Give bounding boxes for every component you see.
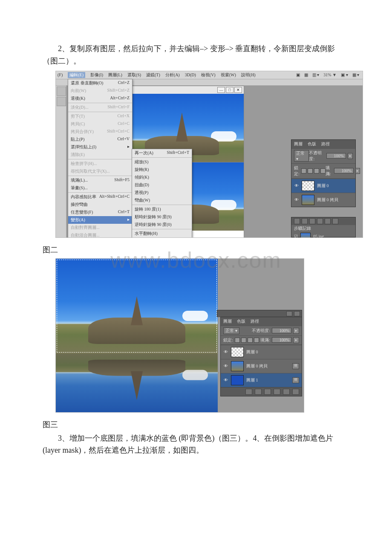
menu-item-puppet-warp[interactable]: 操控彎曲 (68, 201, 132, 208)
menu-window[interactable]: 視窗(W) (221, 72, 236, 78)
view-extra1-icon[interactable]: ▣ ▾ (341, 72, 348, 77)
view-extra2-icon[interactable]: ▦ ▾ (352, 72, 360, 77)
tab-paths[interactable]: 路徑 (251, 318, 259, 324)
mask-icon[interactable] (255, 389, 262, 395)
menu-3d[interactable]: 3D(D) (185, 72, 196, 77)
submenu-distort[interactable]: 扭曲(D) (132, 181, 192, 189)
menu-item-auto-align[interactable]: 自動對齊圖層... (68, 224, 132, 231)
tab-layers[interactable]: 圖層 (294, 141, 303, 147)
menu-item-paste-special[interactable]: 選擇性貼上(I)▸ (68, 143, 132, 151)
menu-item-find-replace[interactable]: 尋找與取代文字(X)... (68, 168, 132, 175)
visibility-eye-icon[interactable]: 👁 (223, 378, 228, 383)
panel-collapse-icon[interactable] (286, 311, 292, 316)
panel-collapse-bar[interactable] (217, 310, 302, 317)
layer-row-0[interactable]: 👁 圖層 0 (291, 179, 355, 193)
layer-link-icon[interactable]: ⛓ (292, 363, 299, 369)
fill-arrow-icon[interactable]: ▸ (293, 337, 299, 343)
adjustment-icon[interactable] (264, 389, 271, 395)
menu-item-check-spelling[interactable]: 檢查拼字(H)... (68, 160, 132, 168)
submenu-rotate[interactable]: 旋轉(R) (132, 166, 192, 173)
opacity-arrow-icon[interactable]: ▸ (348, 153, 353, 159)
tab-layers[interactable]: 圖層 (223, 318, 232, 324)
menu-item-auto-blend[interactable]: 自動混合圖層... (68, 231, 132, 238)
tab-channels[interactable]: 色版 (308, 141, 316, 147)
menu-filter[interactable]: 濾鏡(T) (146, 72, 160, 78)
new-layer-icon[interactable] (283, 389, 290, 395)
lock-controls[interactable] (235, 338, 259, 343)
layer-row-0-copy[interactable]: 👁 圖層 0 拷貝 ⛓ (221, 359, 302, 373)
submenu-again[interactable]: 再一次(A)Shift+Ctrl+T (132, 149, 192, 157)
menu-edit[interactable]: 編輯(E) (68, 72, 85, 78)
menu-item-step-forward[interactable]: 向前(W)Shift+Ctrl+Z (68, 87, 132, 95)
menu-item-paste[interactable]: 貼上(P)Ctrl+V (68, 136, 132, 143)
submenu-rotate-180[interactable]: 旋轉 180 度(1) (132, 205, 192, 213)
visibility-eye-icon[interactable]: 👁 (223, 350, 228, 355)
zoom-level[interactable]: 31% ▼ (323, 72, 337, 77)
menu-help[interactable]: 說明(H) (241, 72, 256, 78)
menu-image[interactable]: 影像(I) (90, 72, 103, 78)
menu-item-fade[interactable]: 淡化(D)...Shift+Ctrl+F (68, 104, 132, 111)
submenu-perspective[interactable]: 透視(P) (132, 189, 192, 197)
layer-link-icon[interactable]: ⛓ (292, 377, 299, 383)
menu-analysis[interactable]: 分析(A) (165, 72, 180, 78)
blend-mode-select[interactable]: 正常 ▾ (294, 150, 309, 162)
visibility-eye-icon[interactable]: 👁 (294, 197, 299, 202)
delete-layer-icon[interactable] (292, 389, 299, 395)
group-icon[interactable] (274, 389, 280, 395)
submenu-scale[interactable]: 縮放(S) (132, 158, 192, 166)
history-icon[interactable] (302, 218, 308, 224)
screen-mode-icon[interactable]: ▦ (304, 72, 308, 77)
menu-item-stroke[interactable]: 筆畫(S)... (68, 184, 132, 192)
layer-row-0-copy[interactable]: 👁 圖層 0 拷貝 (291, 193, 355, 207)
menu-item-cut[interactable]: 剪下(T)Ctrl+X (68, 113, 132, 120)
menu-item-copy-merged[interactable]: 拷貝合併(Y)Shift+Ctrl+C (68, 128, 132, 136)
submenu-warp[interactable]: 彎曲(W) (132, 197, 192, 204)
menu-item-copy[interactable]: 拷貝(C)Ctrl+C (68, 120, 132, 128)
history-icon[interactable] (325, 218, 331, 224)
fill-arrow-icon[interactable]: ▸ (355, 168, 360, 174)
history-icon[interactable] (317, 218, 323, 224)
visibility-eye-icon[interactable]: 👁 (223, 364, 228, 369)
opacity-value[interactable]: 100% (272, 328, 291, 333)
tab-channels[interactable]: 色版 (237, 318, 245, 324)
window-close-button[interactable]: ✕ (234, 87, 242, 93)
window-minimize-button[interactable]: — (217, 87, 225, 93)
menu-item-free-transform[interactable]: 任意變形(F)Ctrl+T (68, 208, 132, 216)
submenu-rotate-90ccw[interactable]: 逆時針旋轉 90 度(0) (132, 221, 192, 228)
menu-item-transform[interactable]: 變形(A)▸ (68, 216, 132, 224)
history-icon[interactable] (332, 218, 338, 224)
menu-item-clear[interactable]: 清除(E) (68, 151, 132, 159)
window-maximize-button[interactable]: □ (226, 87, 233, 93)
menu-item-step-backward[interactable]: 退後(K)Alt+Ctrl+Z (68, 95, 132, 102)
submenu-flip-vertical[interactable]: 垂直翻轉(V) (132, 237, 192, 238)
tab-paths[interactable]: 路徑 (321, 141, 330, 147)
menu-select[interactable]: 選取(S) (127, 72, 141, 78)
fill-value[interactable]: 100% (272, 337, 291, 343)
history-item[interactable]: ☑ 05.jpg (291, 232, 355, 238)
visibility-eye-icon[interactable]: 👁 (294, 183, 299, 188)
fill-value[interactable]: 100% (334, 168, 354, 173)
submenu-flip-horizontal[interactable]: 水平翻轉(H) (132, 230, 192, 237)
tool-marquee-icon[interactable] (57, 97, 66, 106)
blend-mode-select[interactable]: 正常 ▾ (223, 327, 239, 334)
menu-item-undo[interactable]: 還原 垂直翻轉(O)Ctrl+Z (68, 79, 132, 87)
lock-controls[interactable] (301, 168, 326, 173)
arrange-icon[interactable]: ▥ ▾ (312, 72, 320, 77)
history-icon[interactable] (294, 218, 300, 224)
menu-layer[interactable]: 圖層(L) (108, 72, 122, 78)
menu-view[interactable]: 檢視(V) (201, 72, 216, 78)
panel-menu-icon[interactable] (294, 311, 300, 316)
opacity-arrow-icon[interactable]: ▸ (293, 328, 299, 334)
menu-item-fill[interactable]: 填滿(L)...Shift+F5 (68, 176, 132, 184)
history-icon[interactable] (309, 218, 315, 224)
workspace-icon[interactable]: ▣ (296, 72, 300, 77)
menu-item-content-aware-scale[interactable]: 內容感知比率Alt+Shift+Ctrl+C (68, 193, 132, 201)
fx-icon[interactable] (245, 389, 252, 395)
opacity-value[interactable]: 100% (326, 153, 346, 159)
tool-move-icon[interactable] (57, 87, 66, 96)
menu-file[interactable]: (F) (58, 72, 63, 77)
submenu-rotate-90cw[interactable]: 順時針旋轉 90 度(9) (132, 213, 192, 221)
layer-row-0[interactable]: 👁 圖層 0 (221, 345, 302, 359)
submenu-skew[interactable]: 傾斜(K) (132, 173, 192, 181)
layer-row-1[interactable]: 👁 圖層 1 ⛓ (221, 373, 302, 387)
